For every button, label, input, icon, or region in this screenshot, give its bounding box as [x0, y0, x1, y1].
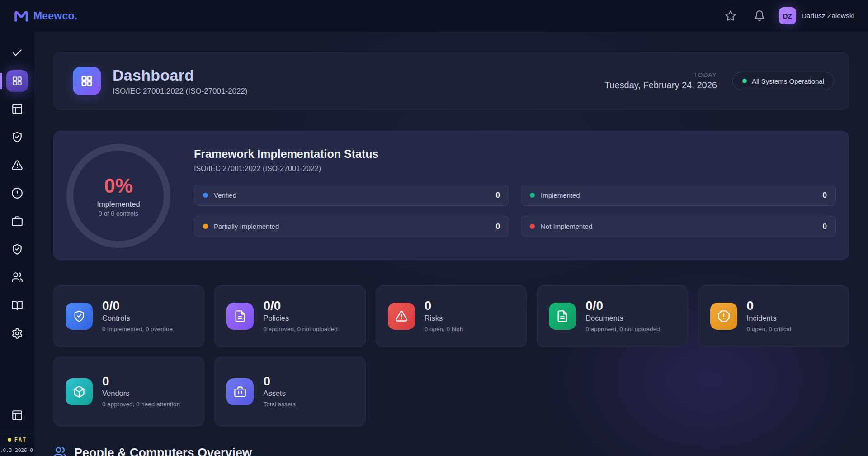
stat-card-assets[interactable]: 0 Assets Total assets	[214, 357, 365, 426]
status-value: 0	[496, 191, 500, 200]
stat-value: 0/0	[102, 299, 173, 312]
sidebar-item-bottom-tables[interactable]	[6, 404, 28, 426]
stat-card-risks[interactable]: 0 Risks 0 open, 0 high	[376, 285, 527, 347]
status-green-dot-icon	[742, 79, 747, 83]
stat-label: Incidents	[747, 314, 791, 323]
status-label: Partially Implemented	[214, 223, 279, 230]
status-label: Verified	[214, 191, 236, 199]
shield-check-icon	[11, 131, 23, 143]
status-label: Implemented	[541, 191, 580, 199]
sidebar-item-settings[interactable]	[6, 323, 28, 344]
dashboard-grid-icon	[11, 75, 23, 87]
sidebar-item-tasks[interactable]	[6, 42, 28, 64]
status-value: 0	[496, 222, 500, 231]
environment-label: FAT	[14, 437, 27, 443]
triangle-alert-icon	[11, 159, 23, 171]
page-subtitle: ISO/IEC 27001:2022 (ISO-27001-2022)	[113, 87, 248, 96]
stat-value: 0	[425, 299, 463, 312]
sidebar-item-dashboard[interactable]	[6, 70, 28, 92]
brand-name: Meewco.	[33, 10, 77, 22]
version-text: .0.3-2026-0	[0, 447, 34, 456]
stat-label: Controls	[102, 314, 173, 323]
page-title: Dashboard	[113, 66, 248, 84]
stat-card-documents[interactable]: 0/0 Documents 0 approved, 0 not uploaded	[537, 285, 688, 347]
stat-card-vendors[interactable]: 0 Vendors 0 approved, 0 need attention	[53, 357, 204, 426]
stat-sub: 0 approved, 0 need attention	[102, 400, 180, 408]
book-open-icon	[11, 299, 23, 311]
brand-logo[interactable]: Meewco.	[14, 9, 77, 23]
sidebar-item-assets[interactable]	[6, 210, 28, 232]
shield-check-icon	[66, 303, 93, 330]
settings-gear-icon	[11, 328, 23, 339]
stat-card-incidents[interactable]: 0 Incidents 0 open, 0 critical	[698, 285, 849, 347]
check-icon	[11, 47, 23, 59]
sidebar-divider	[0, 431, 34, 431]
implementation-donut-chart: 0% Implemented 0 of 0 controls	[66, 144, 170, 248]
stat-label: Assets	[263, 389, 295, 398]
circle-alert-icon	[11, 187, 23, 199]
user-name: Dariusz Zalewski	[802, 12, 854, 20]
sidebar-item-controls[interactable]	[6, 126, 28, 148]
user-menu[interactable]: DZ Dariusz Zalewski	[779, 7, 854, 24]
file-text-icon	[226, 303, 254, 330]
star-icon[interactable]	[725, 10, 736, 22]
briefcase-icon	[226, 378, 254, 405]
status-value: 0	[823, 222, 827, 231]
bell-icon[interactable]	[754, 10, 765, 22]
framework-card-title: Framework Implementation Status	[194, 147, 836, 161]
octagon-alert-icon	[710, 303, 737, 330]
top-bar: Meewco. DZ Dariusz Zalewski	[0, 0, 868, 32]
sidebar: FAT .0.3-2026-0	[0, 32, 34, 456]
meewco-m-icon	[14, 9, 29, 23]
dashboard-header-card: Dashboard ISO/IEC 27001:2022 (ISO-27001-…	[53, 52, 849, 110]
active-indicator	[0, 73, 2, 89]
sidebar-item-risks[interactable]	[6, 154, 28, 176]
system-status-badge: All Systems Operational	[732, 72, 834, 90]
sidebar-item-people[interactable]	[6, 266, 28, 288]
stat-card-controls[interactable]: 0/0 Controls 0 implemented, 0 overdue	[53, 285, 204, 347]
section-title: People & Computers Overview	[74, 446, 252, 456]
sidebar-item-vendors[interactable]	[6, 238, 28, 260]
stat-sub: 0 approved, 0 not uploaded	[585, 325, 660, 333]
dashboard-icon	[73, 67, 101, 95]
status-label: Not Implemented	[541, 223, 592, 230]
stat-value: 0/0	[263, 299, 337, 312]
table-panels-icon	[11, 103, 23, 115]
stat-card-policies[interactable]: 0/0 Policies 0 approved, 0 not uploaded	[214, 285, 365, 347]
avatar: DZ	[779, 7, 796, 24]
donut-label: Implemented	[97, 200, 140, 209]
stats-row-2: 0 Vendors 0 approved, 0 need attention 0…	[53, 357, 849, 426]
framework-card-subtitle: ISO/IEC 27001:2022 (ISO-27001-2022)	[194, 165, 836, 173]
environment-badge: FAT	[8, 437, 27, 443]
status-value: 0	[823, 191, 827, 200]
box-icon	[66, 378, 93, 405]
date-block: TODAY Tuesday, February 24, 2026	[604, 71, 717, 90]
system-status-text: All Systems Operational	[752, 77, 824, 85]
status-row-implemented: Implemented 0	[521, 185, 836, 206]
donut-sublabel: 0 of 0 controls	[99, 210, 138, 217]
stat-sub: 0 open, 0 critical	[747, 325, 791, 333]
stat-sub: 0 approved, 0 not uploaded	[263, 325, 337, 333]
sidebar-item-frameworks[interactable]	[6, 98, 28, 120]
table-panels-icon	[11, 409, 23, 421]
stat-value: 0/0	[585, 299, 660, 312]
red-dot-icon	[530, 224, 535, 229]
stat-label: Vendors	[102, 389, 180, 398]
stat-value: 0	[263, 375, 295, 388]
stat-sub: 0 implemented, 0 overdue	[102, 325, 173, 333]
stat-value: 0	[102, 375, 180, 388]
people-computers-section-heading: People & Computers Overview	[53, 446, 849, 456]
triangle-alert-icon	[388, 303, 415, 330]
shield-check-icon	[11, 243, 23, 255]
blue-dot-icon	[203, 193, 208, 198]
sidebar-item-policies[interactable]	[6, 294, 28, 316]
date-label: TODAY	[604, 71, 717, 78]
status-row-partially-implemented: Partially Implemented 0	[194, 216, 509, 237]
sidebar-footer: FAT .0.3-2026-0	[0, 404, 34, 456]
green-dot-icon	[530, 193, 535, 198]
sidebar-item-incidents[interactable]	[6, 182, 28, 204]
framework-status-card: 0% Implemented 0 of 0 controls Framework…	[53, 131, 849, 260]
stat-sub: Total assets	[263, 400, 295, 408]
stat-sub: 0 open, 0 high	[425, 325, 463, 333]
status-grid: Verified 0 Implemented 0 Partially Imple…	[194, 185, 836, 237]
